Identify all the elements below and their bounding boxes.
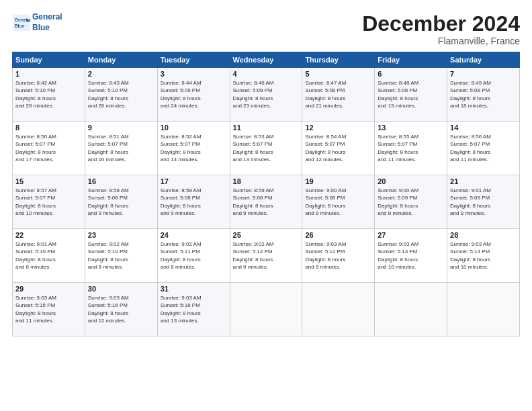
title-block: December 2024 Flamanville, France (362, 12, 520, 46)
table-row: 27Sunrise: 9:03 AMSunset: 5:13 PMDayligh… (375, 229, 447, 283)
col-wednesday: Wednesday (230, 52, 302, 68)
table-row: 26Sunrise: 9:03 AMSunset: 5:12 PMDayligh… (302, 229, 375, 283)
col-tuesday: Tuesday (157, 52, 230, 68)
table-row: 25Sunrise: 9:02 AMSunset: 5:12 PMDayligh… (230, 229, 302, 283)
header: General Blue General Blue December 2024 … (12, 12, 520, 46)
table-row: 3Sunrise: 8:44 AMSunset: 5:09 PMDaylight… (157, 68, 230, 122)
table-row: 13Sunrise: 8:55 AMSunset: 5:07 PMDayligh… (375, 122, 447, 175)
col-friday: Friday (375, 52, 447, 68)
table-row (375, 283, 447, 336)
table-row: 7Sunrise: 8:49 AMSunset: 5:08 PMDaylight… (447, 68, 520, 122)
col-thursday: Thursday (302, 52, 375, 68)
table-row: 8Sunrise: 8:50 AMSunset: 5:07 PMDaylight… (13, 122, 85, 175)
logo-icon: General Blue (12, 13, 31, 32)
table-row: 24Sunrise: 9:02 AMSunset: 5:11 PMDayligh… (157, 229, 230, 283)
logo-text-general: General (32, 12, 62, 23)
logo: General Blue General Blue (12, 12, 62, 33)
table-row: 29Sunrise: 9:03 AMSunset: 5:15 PMDayligh… (13, 283, 85, 336)
table-row: 21Sunrise: 9:01 AMSunset: 5:09 PMDayligh… (447, 175, 520, 229)
table-row: 16Sunrise: 8:58 AMSunset: 5:08 PMDayligh… (85, 175, 157, 229)
month-title: December 2024 (362, 12, 520, 36)
table-row: 11Sunrise: 8:53 AMSunset: 5:07 PMDayligh… (230, 122, 302, 175)
col-monday: Monday (85, 52, 157, 68)
calendar-table: Sunday Monday Tuesday Wednesday Thursday… (12, 52, 520, 336)
table-row: 1Sunrise: 8:42 AMSunset: 5:10 PMDaylight… (13, 68, 85, 122)
table-row (447, 283, 520, 336)
table-row: 12Sunrise: 8:54 AMSunset: 5:07 PMDayligh… (302, 122, 375, 175)
table-row: 30Sunrise: 9:03 AMSunset: 5:16 PMDayligh… (85, 283, 157, 336)
col-saturday: Saturday (447, 52, 520, 68)
calendar-page: General Blue General Blue December 2024 … (0, 0, 532, 411)
table-row: 4Sunrise: 8:46 AMSunset: 5:09 PMDaylight… (230, 68, 302, 122)
svg-text:Blue: Blue (15, 24, 25, 28)
table-row: 19Sunrise: 9:00 AMSunset: 5:08 PMDayligh… (302, 175, 375, 229)
location-title: Flamanville, France (362, 36, 520, 46)
table-row: 5Sunrise: 8:47 AMSunset: 5:08 PMDaylight… (302, 68, 375, 122)
table-row (302, 283, 375, 336)
header-row: Sunday Monday Tuesday Wednesday Thursday… (13, 52, 520, 68)
table-row: 6Sunrise: 8:48 AMSunset: 5:08 PMDaylight… (375, 68, 447, 122)
table-row: 17Sunrise: 8:58 AMSunset: 5:08 PMDayligh… (157, 175, 230, 229)
table-row: 10Sunrise: 8:52 AMSunset: 5:07 PMDayligh… (157, 122, 230, 175)
table-row: 18Sunrise: 8:59 AMSunset: 5:08 PMDayligh… (230, 175, 302, 229)
col-sunday: Sunday (13, 52, 85, 68)
table-row: 15Sunrise: 8:57 AMSunset: 5:07 PMDayligh… (13, 175, 85, 229)
table-row (230, 283, 302, 336)
table-row: 23Sunrise: 9:02 AMSunset: 5:10 PMDayligh… (85, 229, 157, 283)
table-row: 14Sunrise: 8:56 AMSunset: 5:07 PMDayligh… (447, 122, 520, 175)
table-row: 22Sunrise: 9:01 AMSunset: 5:10 PMDayligh… (13, 229, 85, 283)
logo-text-blue: Blue (32, 23, 62, 34)
table-row: 28Sunrise: 9:03 AMSunset: 5:14 PMDayligh… (447, 229, 520, 283)
table-row: 9Sunrise: 8:51 AMSunset: 5:07 PMDaylight… (85, 122, 157, 175)
table-row: 31Sunrise: 9:03 AMSunset: 5:16 PMDayligh… (157, 283, 230, 336)
table-row: 20Sunrise: 9:00 AMSunset: 5:09 PMDayligh… (375, 175, 447, 229)
table-row: 2Sunrise: 8:43 AMSunset: 5:10 PMDaylight… (85, 68, 157, 122)
